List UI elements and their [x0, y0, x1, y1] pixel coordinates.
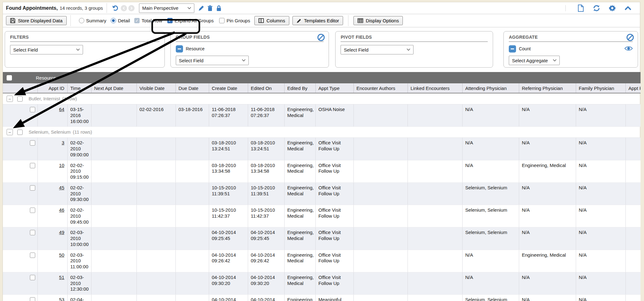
- remove-count-aggregate-button[interactable]: [509, 45, 516, 53]
- appt-id-link[interactable]: 50: [59, 252, 64, 258]
- cell-next-apt-date: [91, 104, 136, 127]
- cell-edited-by: Engineering, Medical: [284, 227, 315, 250]
- column-header-linked-encounters[interactable]: Linked Encounters: [408, 83, 462, 93]
- nav-forward-button[interactable]: [128, 5, 135, 11]
- group-select-checkbox[interactable]: [17, 96, 23, 102]
- cell-due-date: [175, 250, 209, 272]
- new-document-button[interactable]: [576, 4, 585, 12]
- perspective-select[interactable]: Main Perspective: [139, 3, 194, 13]
- column-header-due-date[interactable]: Due Date: [175, 83, 209, 93]
- column-header-appt-reason[interactable]: Appt Re: [625, 83, 641, 93]
- column-header-create-date[interactable]: Create Date: [209, 83, 248, 93]
- row-select-checkbox[interactable]: [30, 230, 35, 235]
- group-collapse-toggle[interactable]: −: [7, 96, 13, 102]
- display-options-button[interactable]: Display Options: [353, 16, 403, 25]
- cell-referring-physician: Engineering, Medical: [519, 250, 576, 272]
- summary-radio[interactable]: Summary: [79, 18, 106, 23]
- cell-appt-reason: [625, 295, 641, 301]
- cell-encounter-authors: [353, 138, 408, 160]
- column-header-attending-physician[interactable]: Attending Physician: [462, 83, 519, 93]
- cell-appt-id: 53: [37, 295, 67, 301]
- clear-aggregate-button[interactable]: [626, 34, 634, 42]
- appt-id-link[interactable]: 53: [59, 297, 64, 301]
- cell-due-date: [175, 205, 209, 227]
- column-header-time[interactable]: Time: [67, 83, 91, 93]
- store-displayed-data-button[interactable]: Store Displayed Data: [6, 16, 67, 25]
- templates-editor-button[interactable]: Templates Editor: [292, 16, 343, 25]
- checkbox-icon: [219, 18, 225, 23]
- undo-button[interactable]: [111, 4, 119, 12]
- column-header-appt-type[interactable]: Appt Type: [315, 83, 353, 93]
- row-select-checkbox[interactable]: [30, 275, 35, 280]
- cell-family-physician: N/A: [576, 104, 625, 127]
- table-row: 5002-03-2010 11:00:0004-10-2014 09:26:42…: [3, 250, 641, 272]
- row-select-checkbox[interactable]: [30, 253, 35, 258]
- row-select-checkbox[interactable]: [30, 208, 35, 213]
- checkbox-checked-icon: ✓: [167, 18, 173, 23]
- cell-visible-date: 02-02-2016: [136, 104, 175, 127]
- appt-id-link[interactable]: 45: [59, 185, 64, 190]
- filters-field-select[interactable]: Select Field: [10, 45, 83, 54]
- edit-perspective-button[interactable]: [197, 4, 206, 12]
- group-collapse-toggle[interactable]: −: [7, 129, 13, 135]
- column-header-next-apt-date[interactable]: Next Apt Date: [91, 83, 136, 93]
- cell-appt-reason: [625, 272, 641, 294]
- row-select-checkbox[interactable]: [30, 185, 35, 191]
- refresh-button[interactable]: [592, 4, 601, 12]
- cell-appt-type: Office Visit Follow Up: [315, 250, 353, 272]
- cell-appt-id: 50: [37, 250, 67, 272]
- column-header-encounter-authors[interactable]: Encounter Authors: [353, 83, 408, 93]
- cell-edited-on: 03-18-2010 13:34:58: [248, 160, 284, 182]
- delete-perspective-button[interactable]: [206, 4, 214, 12]
- column-header-family-physician[interactable]: Family Physician: [576, 83, 625, 93]
- cell-attending-physician: N/A: [462, 160, 519, 182]
- group-fields-title: GROUP FIELDS: [176, 35, 324, 42]
- settings-button[interactable]: [608, 4, 617, 12]
- document-icon: [577, 4, 584, 12]
- nav-back-button[interactable]: [121, 5, 127, 11]
- column-header-visible-date[interactable]: Visible Date: [136, 83, 175, 93]
- appt-id-link[interactable]: 49: [59, 230, 64, 235]
- column-header-edited-by[interactable]: Edited By: [284, 83, 315, 93]
- group-row-count: (11 rows): [73, 129, 92, 135]
- appt-id-link[interactable]: 64: [59, 107, 64, 112]
- toggle-count-visibility-button[interactable]: [625, 46, 633, 52]
- row-select-checkbox[interactable]: [30, 107, 35, 112]
- remove-resource-group-button[interactable]: [176, 45, 183, 53]
- aggregate-select[interactable]: Select Aggregate: [509, 56, 560, 65]
- cell-appt-id: 64: [37, 104, 67, 127]
- collapse-panel-button[interactable]: [624, 4, 632, 12]
- row-select-checkbox[interactable]: [30, 297, 35, 301]
- group-select-checkbox[interactable]: [17, 130, 23, 135]
- row-select-checkbox[interactable]: [30, 163, 35, 168]
- column-header-appt-id[interactable]: Appt ID: [37, 83, 67, 93]
- appt-id-link[interactable]: 3: [62, 140, 64, 145]
- appt-id-link[interactable]: 51: [59, 275, 64, 280]
- column-header-referring-physician[interactable]: Referring Physician: [519, 83, 576, 93]
- cell-edited-by: Engineering, Medical: [284, 205, 315, 227]
- select-all-checkbox[interactable]: [7, 75, 12, 81]
- columns-button[interactable]: Columns: [254, 16, 289, 25]
- pin-groups-checkbox[interactable]: Pin Groups: [219, 18, 250, 23]
- total-row-label: Total Row: [142, 18, 162, 23]
- page-title: Found Appointments,: [6, 5, 58, 11]
- appt-id-link[interactable]: 10: [59, 163, 64, 168]
- templates-editor-label: Templates Editor: [304, 18, 339, 23]
- results-table-wrap: Resource Appt IDTimeNext Apt DateVisible…: [3, 72, 641, 301]
- cell-next-apt-date: [91, 295, 136, 301]
- cell-visible-date: [136, 272, 175, 294]
- cell-due-date: [175, 227, 209, 250]
- total-row-checkbox[interactable]: ✓ Total Row: [134, 18, 162, 23]
- cell-referring-physician: N/A: [519, 227, 576, 250]
- appt-id-link[interactable]: 46: [59, 207, 64, 213]
- pencil-icon: [297, 18, 302, 23]
- clear-group-fields-button[interactable]: [317, 34, 325, 42]
- expand-all-groups-checkbox[interactable]: ✓ Expand All Groups: [167, 18, 214, 23]
- group-field-select[interactable]: Select Field: [176, 56, 249, 65]
- column-header-edited-on[interactable]: Edited On: [248, 83, 284, 93]
- lock-perspective-button[interactable]: [214, 4, 223, 12]
- cell-family-physician: N/A: [576, 272, 625, 294]
- pivot-field-select[interactable]: Select Field: [341, 45, 414, 54]
- detail-radio[interactable]: Detail: [111, 18, 130, 23]
- row-select-checkbox[interactable]: [30, 140, 35, 146]
